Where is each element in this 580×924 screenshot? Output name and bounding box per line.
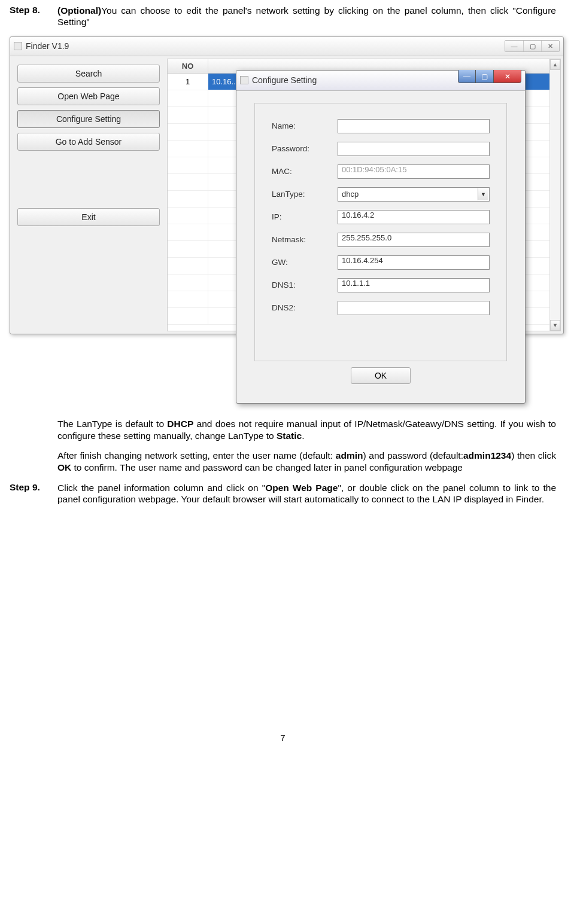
screenshot-block: Finder V1.9 — ▢ ✕ Search Open Web Page C… bbox=[10, 36, 556, 405]
dns2-label: DNS2: bbox=[272, 303, 338, 312]
password-input[interactable] bbox=[338, 142, 490, 156]
dialog-minimize-button[interactable]: — bbox=[458, 70, 476, 83]
config-title: Configure Setting bbox=[252, 75, 317, 85]
config-titlebar: Configure Setting — ▢ ✕ bbox=[236, 71, 525, 91]
cell-no: 1 bbox=[168, 74, 208, 90]
maximize-button[interactable]: ▢ bbox=[523, 41, 541, 51]
lantype-select[interactable]: dhcp▼ bbox=[338, 187, 490, 202]
page-number: 7 bbox=[10, 733, 556, 761]
name-input[interactable] bbox=[338, 119, 490, 133]
go-to-add-sensor-button[interactable]: Go to Add Sensor bbox=[17, 133, 160, 151]
ip-label: IP: bbox=[272, 212, 338, 221]
paragraph-lantype: The LanType is default to DHCP and does … bbox=[57, 418, 556, 442]
mac-input: 00:1D:94:05:0A:15 bbox=[338, 164, 490, 179]
step-9-body: Click the panel information column and c… bbox=[57, 482, 556, 505]
dns2-input[interactable] bbox=[338, 301, 490, 315]
lantype-label: LanType: bbox=[272, 190, 338, 199]
close-button[interactable]: ✕ bbox=[541, 41, 559, 51]
gw-input[interactable]: 10.16.4.254 bbox=[338, 255, 490, 270]
finder-titlebar: Finder V1.9 — ▢ ✕ bbox=[10, 37, 563, 56]
app-icon bbox=[14, 42, 22, 50]
finder-window-controls: — ▢ ✕ bbox=[505, 40, 560, 52]
gw-label: GW: bbox=[272, 258, 338, 267]
lantype-value: dhcp bbox=[342, 190, 359, 199]
configure-setting-button[interactable]: Configure Setting bbox=[17, 110, 160, 128]
name-label: Name: bbox=[272, 121, 338, 130]
dns1-label: DNS1: bbox=[272, 280, 338, 289]
finder-title: Finder V1.9 bbox=[26, 41, 69, 51]
configure-setting-dialog: Configure Setting — ▢ ✕ Name: Password: … bbox=[236, 70, 526, 404]
scroll-up-icon[interactable]: ▲ bbox=[550, 59, 560, 70]
password-label: Password: bbox=[272, 144, 338, 153]
open-web-page-button[interactable]: Open Web Page bbox=[17, 87, 160, 105]
config-window-controls: — ▢ ✕ bbox=[458, 70, 521, 83]
finder-sidebar: Search Open Web Page Configure Setting G… bbox=[13, 59, 165, 331]
step-8-optional: (Optional) bbox=[57, 5, 101, 16]
step-9-label: Step 9. bbox=[10, 482, 57, 505]
dialog-app-icon bbox=[240, 76, 248, 84]
netmask-input[interactable]: 255.255.255.0 bbox=[338, 233, 490, 247]
step-8-text: You can choose to edit the panel's netwo… bbox=[57, 5, 556, 27]
exit-button[interactable]: Exit bbox=[17, 208, 160, 226]
minimize-button[interactable]: — bbox=[505, 41, 523, 51]
ok-button[interactable]: OK bbox=[351, 367, 411, 384]
ip-input[interactable]: 10.16.4.2 bbox=[338, 210, 490, 224]
dialog-maximize-button[interactable]: ▢ bbox=[476, 70, 494, 83]
step-8-label: Step 8. bbox=[10, 5, 57, 28]
dialog-close-button[interactable]: ✕ bbox=[494, 70, 521, 83]
step-8-body: (Optional)You can choose to edit the pan… bbox=[57, 5, 556, 28]
vertical-scrollbar[interactable]: ▲ ▼ bbox=[549, 59, 560, 331]
scroll-down-icon[interactable]: ▼ bbox=[550, 320, 560, 331]
mac-label: MAC: bbox=[272, 167, 338, 176]
step-8: Step 8. (Optional)You can choose to edit… bbox=[10, 5, 556, 28]
col-header-no: NO bbox=[168, 59, 208, 73]
netmask-label: Netmask: bbox=[272, 235, 338, 244]
search-button[interactable]: Search bbox=[17, 65, 160, 83]
dns1-input[interactable]: 10.1.1.1 bbox=[338, 278, 490, 292]
paragraph-credentials: After finish changing network setting, e… bbox=[57, 450, 556, 474]
step-9: Step 9. Click the panel information colu… bbox=[10, 482, 556, 505]
chevron-down-icon: ▼ bbox=[478, 188, 488, 200]
